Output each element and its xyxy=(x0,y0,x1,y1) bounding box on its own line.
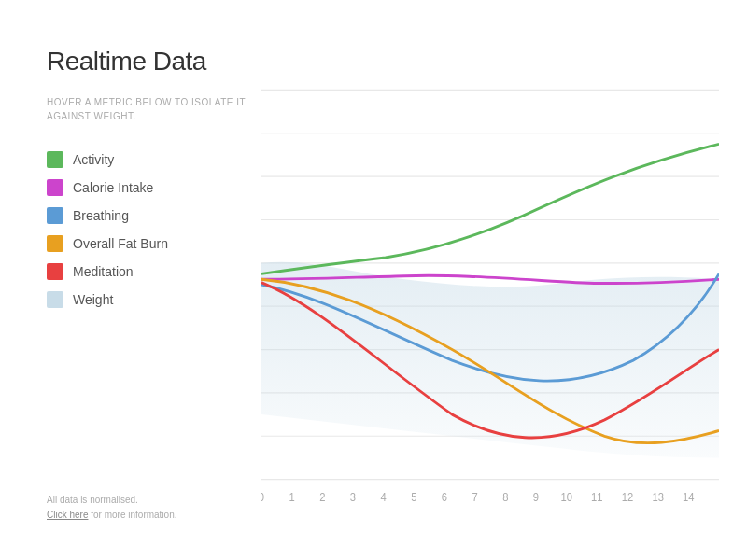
legend-swatch-overall-fat-burn xyxy=(47,235,63,252)
sidebar: Realtime Data HOVER A METRIC BELOW TO IS… xyxy=(47,47,252,523)
chart-area: 0 1 2 3 4 5 6 7 8 9 10 11 12 13 14 xyxy=(252,47,719,523)
footnote-text1: All data is normalised. xyxy=(47,493,252,508)
legend-item-weight[interactable]: Weight xyxy=(47,291,252,308)
footnote-link-line: Click here for more information. xyxy=(47,508,252,523)
chart-svg: 0 1 2 3 4 5 6 7 8 9 10 11 12 13 14 xyxy=(261,47,719,523)
page: Realtime Data HOVER A METRIC BELOW TO IS… xyxy=(0,0,747,560)
footnote-link[interactable]: Click here xyxy=(47,510,88,520)
weight-fill xyxy=(261,262,719,458)
legend-label-meditation: Meditation xyxy=(73,264,134,279)
legend-item-meditation[interactable]: Meditation xyxy=(47,263,252,280)
svg-text:12: 12 xyxy=(622,490,634,504)
svg-text:2: 2 xyxy=(319,490,326,504)
page-title: Realtime Data xyxy=(47,47,252,77)
svg-text:7: 7 xyxy=(472,490,479,504)
svg-text:9: 9 xyxy=(533,490,540,504)
legend-label-calorie-intake: Calorie Intake xyxy=(73,180,153,195)
subtitle: HOVER A METRIC BELOW TO ISOLATE IT AGAIN… xyxy=(47,95,252,123)
footnote-text2: for more information. xyxy=(88,510,176,520)
svg-text:11: 11 xyxy=(591,490,603,504)
legend-label-activity: Activity xyxy=(73,152,114,167)
legend-item-overall-fat-burn[interactable]: Overall Fat Burn xyxy=(47,235,252,252)
legend-label-breathing: Breathing xyxy=(73,208,129,223)
legend-item-breathing[interactable]: Breathing xyxy=(47,207,252,224)
footnote: All data is normalised. Click here for m… xyxy=(47,493,252,523)
legend: ActivityCalorie IntakeBreathingOverall F… xyxy=(47,151,252,308)
legend-swatch-meditation xyxy=(47,263,63,280)
svg-text:1: 1 xyxy=(289,490,296,504)
svg-text:6: 6 xyxy=(442,490,448,504)
legend-swatch-activity xyxy=(47,151,63,168)
svg-text:5: 5 xyxy=(411,490,417,504)
legend-swatch-weight xyxy=(47,291,63,308)
legend-item-calorie-intake[interactable]: Calorie Intake xyxy=(47,179,252,196)
legend-item-activity[interactable]: Activity xyxy=(47,151,252,168)
legend-label-weight: Weight xyxy=(73,292,113,307)
svg-text:0: 0 xyxy=(261,490,264,504)
legend-swatch-breathing xyxy=(47,207,63,224)
svg-text:13: 13 xyxy=(652,490,664,504)
svg-text:10: 10 xyxy=(560,490,572,504)
activity-line xyxy=(261,144,719,273)
svg-text:4: 4 xyxy=(381,490,388,504)
legend-swatch-calorie-intake xyxy=(47,179,63,196)
svg-text:8: 8 xyxy=(502,490,509,504)
svg-text:14: 14 xyxy=(683,490,695,504)
svg-text:3: 3 xyxy=(350,490,357,504)
legend-label-overall-fat-burn: Overall Fat Burn xyxy=(73,236,168,251)
